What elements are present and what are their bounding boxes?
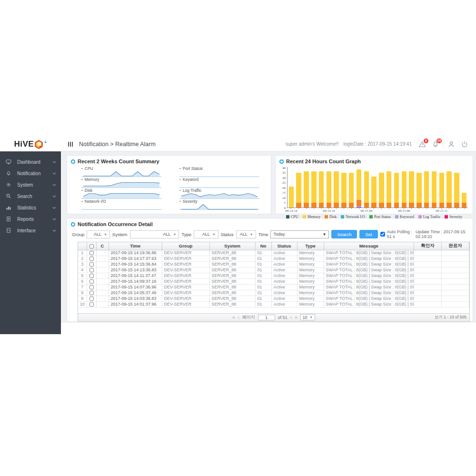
table-row[interactable]: 82017-09-15 14:05:37.46DEV-SERVERSERVER_…: [78, 290, 469, 296]
next-page-button[interactable]: ›: [290, 315, 292, 320]
table-row[interactable]: 52017-09-15 14:11:37.47DEV-SERVERSERVER_…: [78, 273, 469, 278]
cell-system: SERVER_88: [209, 273, 255, 278]
bar-slot: [310, 167, 317, 208]
first-page-button[interactable]: «: [232, 315, 235, 320]
cell-status: Active: [271, 290, 297, 296]
bar-segment-memory: [379, 173, 384, 203]
user-profile-button[interactable]: [446, 139, 457, 150]
table-row[interactable]: 42017-09-15 14:13:36.83DEV-SERVERSERVER_…: [78, 267, 469, 273]
menu-icon[interactable]: [68, 141, 73, 147]
cell-status: Active: [271, 267, 297, 273]
y-tick-label: 20: [282, 186, 286, 190]
x-tick: [464, 208, 465, 209]
table-row[interactable]: 102017-09-15 14:01:37.96DEV-SERVERSERVER…: [78, 301, 469, 307]
cell-time: 2017-09-15 14:03:36.83: [109, 296, 162, 301]
set-button[interactable]: Set: [359, 230, 377, 238]
time-filter-select[interactable]: Today▼: [270, 230, 329, 238]
row-checkbox[interactable]: [89, 274, 94, 278]
system-filter-select[interactable]: ALL▼: [130, 230, 179, 238]
cell-no: 01: [255, 250, 271, 256]
table-row[interactable]: 72017-09-15 14:07:36.96DEV-SERVERSERVER_…: [78, 284, 469, 290]
row-checkbox[interactable]: [89, 251, 94, 255]
legend-item-log-traffic: Log Traffic: [418, 215, 441, 219]
logout-power-button[interactable]: [459, 139, 470, 150]
x-tick: [321, 208, 322, 209]
page-size-select[interactable]: 10▼: [300, 314, 315, 320]
sidebar-item-interface[interactable]: Interface: [0, 225, 61, 236]
table-row[interactable]: 92017-09-15 14:03:36.83DEV-SERVERSERVER_…: [78, 296, 469, 301]
cell-no: 01: [255, 261, 271, 267]
x-tick: [456, 208, 457, 209]
sidebar-item-reports[interactable]: Reports: [0, 213, 61, 225]
legend-item-disk: Disk: [325, 215, 337, 219]
page-number-input[interactable]: [258, 315, 275, 320]
alarm-warning-button[interactable]: 6: [416, 139, 428, 150]
cell-system: SERVER_88: [209, 290, 255, 296]
bar-segment-disk: [379, 203, 384, 208]
detail-grid: CTimeGroupSystemNoStatusTypeMessage확인자완료…: [78, 242, 470, 322]
bar-segment-memory: [402, 171, 407, 202]
row-checkbox[interactable]: [89, 291, 94, 295]
sidebar-item-search[interactable]: Search: [0, 190, 61, 202]
bar-segment-memory: [364, 171, 369, 202]
bar-slot: [453, 167, 461, 208]
bullet-icon: •: [179, 177, 181, 181]
search-button[interactable]: Search: [331, 230, 357, 238]
cell-c: [96, 256, 109, 261]
table-row[interactable]: 22017-09-15 14:17:37.63DEV-SERVERSERVER_…: [78, 256, 469, 261]
table-row[interactable]: 62017-09-15 14:09:37.16DEV-SERVERSERVER_…: [78, 278, 469, 284]
y-tick-label: 5: [284, 201, 286, 205]
bar-segment-disk: [311, 203, 316, 208]
row-checkbox[interactable]: [89, 285, 94, 289]
cell-checkbox: [87, 278, 96, 284]
stacked-bar: [296, 173, 301, 208]
cell-status: Active: [271, 273, 297, 278]
auto-polling-label: Auto Polling : 51 s: [387, 229, 414, 239]
cell-checkbox: [87, 261, 96, 267]
logo[interactable]: HiVE +: [0, 137, 61, 151]
row-checkbox[interactable]: [89, 262, 94, 267]
row-checkbox[interactable]: [89, 268, 94, 272]
row-checkbox[interactable]: [89, 297, 94, 301]
bar-chart-legend: CPUMemoryDiskNetwork I/OPort StatusKeywo…: [276, 215, 473, 219]
status-filter-select[interactable]: ALL▼: [236, 230, 256, 238]
row-checkbox[interactable]: [89, 257, 94, 261]
notification-icon: [6, 170, 12, 177]
select-all-checkbox[interactable]: [89, 244, 94, 248]
sidebar-item-system[interactable]: System: [0, 179, 61, 190]
column-header-: 완료자: [442, 242, 469, 250]
cell-group: DEV-SERVER: [162, 290, 209, 296]
bar-slot: [430, 167, 438, 208]
legend-label: Memory: [307, 215, 321, 219]
table-row[interactable]: 32017-09-15 14:15:36.84DEV-SERVERSERVER_…: [78, 261, 469, 267]
type-filter-select[interactable]: ALL▼: [194, 230, 218, 238]
stacked-bar: [379, 173, 384, 208]
legend-label: Keyword: [400, 215, 414, 219]
search-icon: [6, 193, 12, 199]
stacked-bar: [341, 173, 346, 208]
sidebar-item-notification[interactable]: Notification: [0, 168, 61, 179]
sidebar-item-dashboard[interactable]: Dashboard: [0, 156, 61, 168]
cell-completer: [442, 250, 469, 256]
notification-bell-button[interactable]: 29: [430, 139, 441, 150]
row-checkbox[interactable]: [89, 279, 94, 284]
cell-message: SWAP TOTAL : 8(GB) | Swap Size : 0(GB) |…: [324, 290, 414, 296]
row-checkbox[interactable]: [89, 302, 94, 307]
x-tick: [314, 208, 314, 209]
auto-polling-checkbox[interactable]: [380, 232, 385, 237]
cell-message: SWAP TOTAL : 8(GB) | Swap Size : 0(GB) |…: [324, 278, 414, 284]
sidebar-item-statistics[interactable]: Statistics: [0, 202, 61, 213]
bar-segment-disk: [424, 203, 429, 208]
cell-confirmer: [414, 278, 442, 284]
legend-label: Log Traffic: [423, 215, 441, 219]
prev-page-button[interactable]: ‹: [238, 315, 239, 320]
legend-swatch: [395, 215, 398, 218]
last-page-button[interactable]: »: [295, 315, 298, 320]
day-graph-card: Recent 24 Hours Count Graph 051015202530…: [275, 155, 473, 214]
group-filter-select[interactable]: ALL▼: [87, 230, 109, 238]
pagination-controls: « ‹ 페이지 of 51 › » 10▼: [78, 314, 469, 321]
bar-chart-xaxis: 09-14 1409-14 1909-15 0009-15 0609-15 11: [288, 208, 468, 213]
table-row[interactable]: 12017-09-15 14:19:36.86DEV-SERVERSERVER_…: [78, 250, 469, 256]
sidebar-item-label: Notification: [17, 171, 52, 176]
group-filter-label: Group: [72, 232, 84, 237]
